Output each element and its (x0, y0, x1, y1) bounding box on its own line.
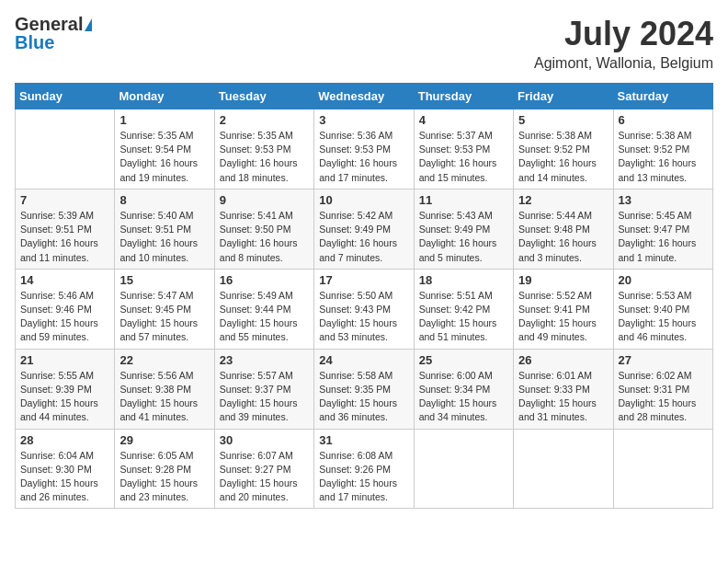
calendar-cell: 13Sunrise: 5:45 AM Sunset: 9:47 PM Dayli… (613, 189, 712, 269)
day-info: Sunrise: 5:43 AM Sunset: 9:49 PM Dayligh… (419, 209, 508, 265)
day-number: 26 (518, 353, 608, 367)
day-number: 18 (419, 273, 508, 287)
day-number: 29 (119, 433, 209, 447)
day-number: 22 (119, 353, 209, 367)
day-info: Sunrise: 5:56 AM Sunset: 9:38 PM Dayligh… (119, 369, 209, 425)
day-number: 13 (619, 193, 708, 207)
weekday-header-wednesday: Wednesday (314, 84, 414, 109)
day-number: 31 (319, 433, 408, 447)
day-info: Sunrise: 5:35 AM Sunset: 9:53 PM Dayligh… (220, 129, 309, 185)
day-info: Sunrise: 5:57 AM Sunset: 9:37 PM Dayligh… (220, 369, 309, 425)
day-number: 23 (220, 353, 309, 367)
day-info: Sunrise: 6:07 AM Sunset: 9:27 PM Dayligh… (220, 449, 309, 505)
day-number: 2 (220, 113, 309, 127)
day-number: 21 (20, 353, 109, 367)
day-info: Sunrise: 6:05 AM Sunset: 9:28 PM Dayligh… (119, 449, 209, 505)
day-info: Sunrise: 5:41 AM Sunset: 9:50 PM Dayligh… (220, 209, 309, 265)
day-number: 25 (419, 353, 508, 367)
day-number: 24 (319, 353, 408, 367)
calendar-table: SundayMondayTuesdayWednesdayThursdayFrid… (15, 83, 713, 509)
page-header: General Blue July 2024 Agimont, Wallonia… (15, 15, 713, 72)
day-info: Sunrise: 6:02 AM Sunset: 9:31 PM Dayligh… (619, 369, 708, 425)
calendar-cell: 21Sunrise: 5:55 AM Sunset: 9:39 PM Dayli… (16, 349, 115, 429)
day-number: 1 (119, 113, 209, 127)
logo-blue-text: Blue (15, 33, 92, 52)
day-info: Sunrise: 5:42 AM Sunset: 9:49 PM Dayligh… (319, 209, 408, 265)
day-number: 3 (319, 113, 408, 127)
calendar-week-1: 1Sunrise: 5:35 AM Sunset: 9:54 PM Daylig… (16, 109, 713, 190)
day-number: 11 (419, 193, 508, 207)
calendar-cell: 20Sunrise: 5:53 AM Sunset: 9:40 PM Dayli… (613, 269, 712, 349)
calendar-cell: 3Sunrise: 5:36 AM Sunset: 9:53 PM Daylig… (314, 109, 414, 190)
calendar-cell: 16Sunrise: 5:49 AM Sunset: 9:44 PM Dayli… (214, 269, 313, 349)
day-number: 27 (619, 353, 708, 367)
calendar-cell: 8Sunrise: 5:40 AM Sunset: 9:51 PM Daylig… (115, 189, 214, 269)
weekday-header-friday: Friday (514, 84, 613, 109)
weekday-header-row: SundayMondayTuesdayWednesdayThursdayFrid… (16, 84, 713, 109)
day-info: Sunrise: 5:51 AM Sunset: 9:42 PM Dayligh… (419, 289, 508, 345)
day-info: Sunrise: 5:55 AM Sunset: 9:39 PM Dayligh… (20, 369, 109, 425)
calendar-cell: 27Sunrise: 6:02 AM Sunset: 9:31 PM Dayli… (613, 349, 712, 429)
calendar-cell: 25Sunrise: 6:00 AM Sunset: 9:34 PM Dayli… (414, 349, 513, 429)
day-number: 7 (20, 193, 109, 207)
calendar-week-5: 28Sunrise: 6:04 AM Sunset: 9:30 PM Dayli… (16, 429, 713, 509)
day-info: Sunrise: 5:52 AM Sunset: 9:41 PM Dayligh… (518, 289, 608, 345)
logo-general-text: General (15, 14, 83, 34)
day-number: 8 (119, 193, 209, 207)
day-info: Sunrise: 5:44 AM Sunset: 9:48 PM Dayligh… (518, 209, 608, 265)
day-number: 10 (319, 193, 408, 207)
day-info: Sunrise: 5:36 AM Sunset: 9:53 PM Dayligh… (319, 129, 408, 185)
calendar-cell (613, 429, 712, 509)
day-info: Sunrise: 5:46 AM Sunset: 9:46 PM Dayligh… (20, 289, 109, 345)
day-number: 30 (220, 433, 309, 447)
calendar-week-3: 14Sunrise: 5:46 AM Sunset: 9:46 PM Dayli… (16, 269, 713, 349)
calendar-cell (414, 429, 513, 509)
calendar-cell: 14Sunrise: 5:46 AM Sunset: 9:46 PM Dayli… (16, 269, 115, 349)
day-info: Sunrise: 6:00 AM Sunset: 9:34 PM Dayligh… (419, 369, 508, 425)
calendar-cell: 29Sunrise: 6:05 AM Sunset: 9:28 PM Dayli… (115, 429, 214, 509)
day-number: 14 (20, 273, 109, 287)
day-number: 17 (319, 273, 408, 287)
calendar-cell: 26Sunrise: 6:01 AM Sunset: 9:33 PM Dayli… (514, 349, 613, 429)
calendar-cell: 19Sunrise: 5:52 AM Sunset: 9:41 PM Dayli… (514, 269, 613, 349)
day-info: Sunrise: 5:37 AM Sunset: 9:53 PM Dayligh… (419, 129, 508, 185)
weekday-header-monday: Monday (115, 84, 214, 109)
weekday-header-thursday: Thursday (414, 84, 513, 109)
title-block: July 2024 Agimont, Wallonia, Belgium (534, 15, 713, 72)
day-info: Sunrise: 5:39 AM Sunset: 9:51 PM Dayligh… (20, 209, 109, 265)
day-info: Sunrise: 5:50 AM Sunset: 9:43 PM Dayligh… (319, 289, 408, 345)
calendar-cell: 1Sunrise: 5:35 AM Sunset: 9:54 PM Daylig… (115, 109, 214, 190)
calendar-cell: 11Sunrise: 5:43 AM Sunset: 9:49 PM Dayli… (414, 189, 513, 269)
calendar-cell: 6Sunrise: 5:38 AM Sunset: 9:52 PM Daylig… (613, 109, 712, 190)
day-number: 15 (119, 273, 209, 287)
calendar-cell: 2Sunrise: 5:35 AM Sunset: 9:53 PM Daylig… (214, 109, 313, 190)
day-number: 4 (419, 113, 508, 127)
calendar-cell: 24Sunrise: 5:58 AM Sunset: 9:35 PM Dayli… (314, 349, 414, 429)
day-number: 19 (518, 273, 608, 287)
day-info: Sunrise: 6:08 AM Sunset: 9:26 PM Dayligh… (319, 449, 408, 505)
day-number: 9 (220, 193, 309, 207)
logo: General Blue (15, 15, 92, 52)
day-info: Sunrise: 5:58 AM Sunset: 9:35 PM Dayligh… (319, 369, 408, 425)
calendar-cell: 31Sunrise: 6:08 AM Sunset: 9:26 PM Dayli… (314, 429, 414, 509)
month-year-title: July 2024 (534, 15, 713, 53)
day-number: 5 (518, 113, 608, 127)
calendar-cell: 22Sunrise: 5:56 AM Sunset: 9:38 PM Dayli… (115, 349, 214, 429)
day-info: Sunrise: 5:40 AM Sunset: 9:51 PM Dayligh… (119, 209, 209, 265)
day-info: Sunrise: 5:49 AM Sunset: 9:44 PM Dayligh… (220, 289, 309, 345)
calendar-week-4: 21Sunrise: 5:55 AM Sunset: 9:39 PM Dayli… (16, 349, 713, 429)
day-number: 28 (20, 433, 109, 447)
calendar-cell: 10Sunrise: 5:42 AM Sunset: 9:49 PM Dayli… (314, 189, 414, 269)
calendar-week-2: 7Sunrise: 5:39 AM Sunset: 9:51 PM Daylig… (16, 189, 713, 269)
day-info: Sunrise: 5:45 AM Sunset: 9:47 PM Dayligh… (619, 209, 708, 265)
weekday-header-sunday: Sunday (16, 84, 115, 109)
day-number: 6 (619, 113, 708, 127)
day-info: Sunrise: 5:38 AM Sunset: 9:52 PM Dayligh… (619, 129, 708, 185)
calendar-cell: 30Sunrise: 6:07 AM Sunset: 9:27 PM Dayli… (214, 429, 313, 509)
calendar-cell (16, 109, 115, 190)
day-info: Sunrise: 5:35 AM Sunset: 9:54 PM Dayligh… (119, 129, 209, 185)
calendar-cell: 28Sunrise: 6:04 AM Sunset: 9:30 PM Dayli… (16, 429, 115, 509)
calendar-cell: 17Sunrise: 5:50 AM Sunset: 9:43 PM Dayli… (314, 269, 414, 349)
day-info: Sunrise: 6:04 AM Sunset: 9:30 PM Dayligh… (20, 449, 109, 505)
calendar-cell: 9Sunrise: 5:41 AM Sunset: 9:50 PM Daylig… (214, 189, 313, 269)
